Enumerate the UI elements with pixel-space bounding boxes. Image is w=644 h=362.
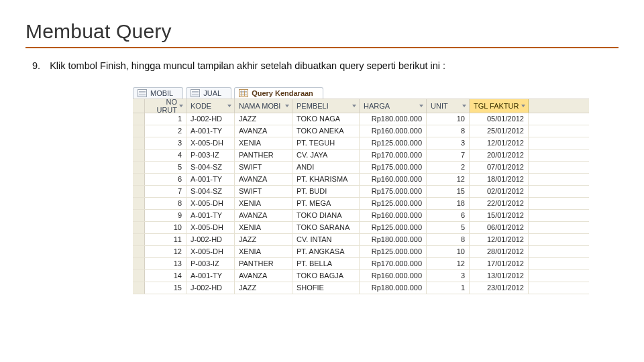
cell-pembeli[interactable]: PT. KHARISMA [292, 174, 360, 185]
tab[interactable]: MOBIL [133, 87, 183, 99]
cell-unit[interactable]: 7 [427, 149, 470, 161]
table-row[interactable]: 1J-002-HDJAZZTOKO NAGARp180.000.0001005/… [133, 113, 589, 125]
cell-pembeli[interactable]: PT. TEGUH [292, 137, 360, 149]
cell-harga[interactable]: Rp180.000.000 [360, 113, 427, 125]
row-selector[interactable] [133, 113, 145, 125]
row-selector[interactable] [133, 186, 145, 197]
cell-pembeli[interactable]: CV. INTAN [292, 234, 360, 245]
cell-tgl[interactable]: 02/01/2012 [470, 186, 529, 197]
cell-kode[interactable]: J-002-HD [186, 234, 235, 245]
table-row[interactable]: 7S-004-SZSWIFTPT. BUDIRp175.000.0001502/… [133, 186, 589, 198]
cell-no[interactable]: 11 [145, 234, 186, 245]
column-header-harga[interactable]: HARGA [360, 99, 427, 113]
cell-harga[interactable]: Rp160.000.000 [360, 270, 427, 282]
cell-harga[interactable]: Rp175.000.000 [360, 162, 427, 173]
row-selector[interactable] [133, 198, 145, 209]
cell-tgl[interactable]: 20/01/2012 [470, 149, 529, 161]
cell-harga[interactable]: Rp160.000.000 [360, 210, 427, 221]
table-row[interactable]: 14A-001-TYAVANZATOKO BAGJARp160.000.0003… [133, 270, 589, 282]
cell-nama[interactable]: AVANZA [235, 210, 292, 221]
cell-tgl[interactable]: 12/01/2012 [470, 137, 529, 149]
cell-tgl[interactable]: 12/01/2012 [470, 234, 529, 245]
cell-tgl[interactable]: 17/01/2012 [470, 258, 529, 269]
cell-kode[interactable]: J-002-HD [186, 282, 235, 294]
row-selector[interactable] [133, 137, 145, 149]
cell-unit[interactable]: 2 [427, 162, 470, 173]
cell-nama[interactable]: XENIA [235, 222, 292, 233]
cell-kode[interactable]: X-005-DH [186, 137, 235, 149]
cell-kode[interactable]: S-004-SZ [186, 162, 235, 173]
cell-kode[interactable]: X-005-DH [186, 222, 235, 233]
cell-pembeli[interactable]: TOKO SARANA [292, 222, 360, 233]
cell-tgl[interactable]: 06/01/2012 [470, 222, 529, 233]
column-header-tgl[interactable]: TGL FAKTUR [470, 99, 529, 113]
cell-nama[interactable]: XENIA [235, 137, 292, 149]
row-selector[interactable] [133, 246, 145, 257]
row-selector[interactable] [133, 270, 145, 282]
cell-unit[interactable]: 5 [427, 222, 470, 233]
cell-pembeli[interactable]: ANDI [292, 162, 360, 173]
column-header-unit[interactable]: UNIT [427, 99, 470, 113]
row-selector[interactable] [133, 174, 145, 185]
cell-pembeli[interactable]: PT. BUDI [292, 186, 360, 197]
cell-no[interactable]: 14 [145, 270, 186, 282]
cell-no[interactable]: 7 [145, 186, 186, 197]
cell-tgl[interactable]: 07/01/2012 [470, 162, 529, 173]
cell-no[interactable]: 13 [145, 258, 186, 269]
row-selector[interactable] [133, 125, 145, 137]
row-selector[interactable] [133, 210, 145, 221]
cell-nama[interactable]: AVANZA [235, 125, 292, 137]
table-row[interactable]: 15J-002-HDJAZZSHOFIERp180.000.000123/01/… [133, 282, 589, 294]
cell-nama[interactable]: SWIFT [235, 162, 292, 173]
cell-unit[interactable]: 6 [427, 210, 470, 221]
table-row[interactable]: 2A-001-TYAVANZATOKO ANEKARp160.000.00082… [133, 125, 589, 137]
cell-no[interactable]: 12 [145, 246, 186, 257]
cell-no[interactable]: 6 [145, 174, 186, 185]
table-row[interactable]: 9A-001-TYAVANZATOKO DIANARp160.000.00061… [133, 210, 589, 222]
cell-unit[interactable]: 8 [427, 125, 470, 137]
cell-unit[interactable]: 12 [427, 258, 470, 269]
table-row[interactable]: 6A-001-TYAVANZAPT. KHARISMARp160.000.000… [133, 174, 589, 186]
cell-unit[interactable]: 12 [427, 174, 470, 185]
cell-tgl[interactable]: 05/01/2012 [470, 113, 529, 125]
row-selector[interactable] [133, 222, 145, 233]
cell-nama[interactable]: XENIA [235, 246, 292, 257]
table-row[interactable]: 10X-005-DHXENIATOKO SARANARp125.000.0005… [133, 222, 589, 234]
cell-unit[interactable]: 1 [427, 282, 470, 294]
cell-kode[interactable]: P-003-IZ [186, 149, 235, 161]
cell-pembeli[interactable]: TOKO ANEKA [292, 125, 360, 137]
cell-unit[interactable]: 3 [427, 137, 470, 149]
row-selector[interactable] [133, 149, 145, 161]
cell-pembeli[interactable]: TOKO NAGA [292, 113, 360, 125]
cell-unit[interactable]: 18 [427, 198, 470, 209]
cell-tgl[interactable]: 23/01/2012 [470, 282, 529, 294]
cell-pembeli[interactable]: TOKO DIANA [292, 210, 360, 221]
cell-unit[interactable]: 10 [427, 113, 470, 125]
column-header-pembeli[interactable]: PEMBELI [292, 99, 360, 113]
cell-nama[interactable]: AVANZA [235, 270, 292, 282]
cell-harga[interactable]: Rp180.000.000 [360, 282, 427, 294]
cell-harga[interactable]: Rp175.000.000 [360, 186, 427, 197]
cell-kode[interactable]: J-002-HD [186, 113, 235, 125]
cell-no[interactable]: 5 [145, 162, 186, 173]
cell-kode[interactable]: X-005-DH [186, 198, 235, 209]
cell-pembeli[interactable]: CV. JAYA [292, 149, 360, 161]
cell-tgl[interactable]: 28/01/2012 [470, 246, 529, 257]
cell-nama[interactable]: JAZZ [235, 234, 292, 245]
table-row[interactable]: 8X-005-DHXENIAPT. MEGARp125.000.0001822/… [133, 198, 589, 210]
table-row[interactable]: 3X-005-DHXENIAPT. TEGUHRp125.000.000312/… [133, 137, 589, 149]
column-header-kode[interactable]: KODE [186, 99, 235, 113]
cell-unit[interactable]: 10 [427, 246, 470, 257]
tab-active[interactable]: Query Kendaraan [234, 87, 323, 99]
cell-harga[interactable]: Rp125.000.000 [360, 246, 427, 257]
cell-harga[interactable]: Rp125.000.000 [360, 137, 427, 149]
cell-nama[interactable]: SWIFT [235, 186, 292, 197]
cell-tgl[interactable]: 13/01/2012 [470, 270, 529, 282]
cell-nama[interactable]: PANTHER [235, 258, 292, 269]
cell-harga[interactable]: Rp125.000.000 [360, 198, 427, 209]
cell-nama[interactable]: PANTHER [235, 149, 292, 161]
cell-kode[interactable]: A-001-TY [186, 270, 235, 282]
cell-harga[interactable]: Rp160.000.000 [360, 125, 427, 137]
cell-nama[interactable]: AVANZA [235, 174, 292, 185]
table-row[interactable]: 5S-004-SZSWIFTANDIRp175.000.000207/01/20… [133, 162, 589, 174]
